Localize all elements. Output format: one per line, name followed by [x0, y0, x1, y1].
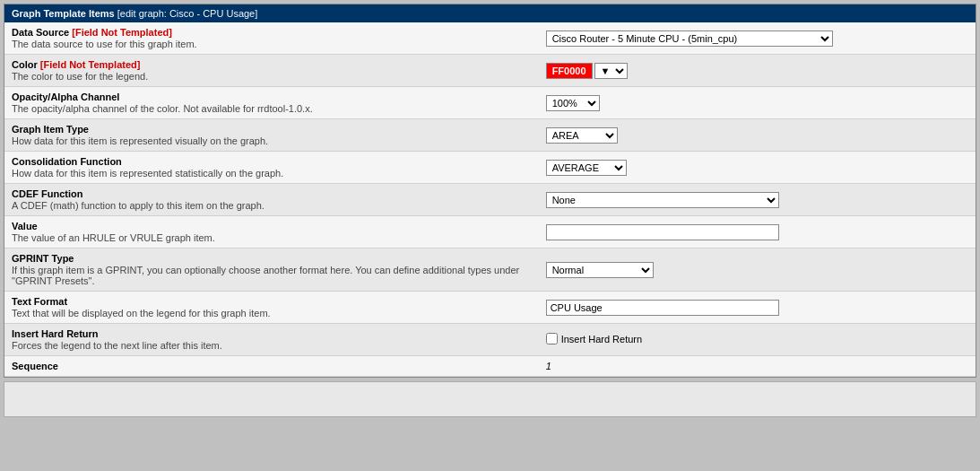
- table-row: Sequence1: [4, 356, 976, 377]
- field-desc-consolidation-function: How data for this item is represented st…: [12, 168, 532, 179]
- static-value-sequence: 1: [546, 361, 551, 371]
- bottom-panel: [4, 381, 976, 417]
- field-desc-text-format: Text that will be displayed on the legen…: [12, 308, 532, 318]
- label-cell-cdef-function: CDEF FunctionA CDEF (math) function to a…: [4, 184, 539, 216]
- field-label-opacity: Opacity/Alpha Channel: [12, 92, 532, 102]
- table-row: Data Source [Field Not Templated]The dat…: [4, 22, 976, 55]
- field-label-cdef-function: CDEF Function: [12, 188, 532, 199]
- label-cell-consolidation-function: Consolidation FunctionHow data for this …: [4, 152, 539, 184]
- select-graph-item-type[interactable]: AREALINE1LINE2LINE3STACKGPRINTCOMMENTHRU…: [546, 127, 618, 144]
- label-cell-data-source: Data Source [Field Not Templated]The dat…: [4, 22, 539, 55]
- panel-bracket-text: [edit graph: Cisco - CPU Usage]: [117, 8, 258, 19]
- control-cell-insert-hard-return: Insert Hard Return: [539, 324, 976, 356]
- table-row: ValueThe value of an HRULE or VRULE grap…: [4, 216, 976, 249]
- select-consolidation-function[interactable]: AVERAGEMINMAXLAST: [546, 160, 627, 176]
- control-cell-gprint-type: Normal: [539, 249, 976, 292]
- field-desc-cdef-function: A CDEF (math) function to apply to this …: [12, 200, 532, 211]
- label-cell-text-format: Text FormatText that will be displayed o…: [4, 292, 539, 324]
- field-desc-opacity: The opacity/alpha channel of the color. …: [12, 103, 532, 114]
- table-row: GPRINT TypeIf this graph item is a GPRIN…: [4, 249, 976, 292]
- table-row: Text FormatText that will be displayed o…: [4, 292, 976, 324]
- main-panel: Graph Template Items [edit graph: Cisco …: [4, 4, 976, 378]
- label-cell-sequence: Sequence: [4, 356, 539, 377]
- field-label-graph-item-type: Graph Item Type: [12, 124, 532, 135]
- field-label-value: Value: [12, 221, 532, 231]
- field-desc-value: The value of an HRULE or VRULE graph ite…: [12, 232, 532, 243]
- control-cell-graph-item-type: AREALINE1LINE2LINE3STACKGPRINTCOMMENTHRU…: [539, 119, 976, 152]
- field-label-text-format: Text Format: [12, 296, 532, 307]
- input-value[interactable]: [546, 224, 779, 240]
- control-cell-data-source: Cisco Router - 5 Minute CPU - (5min_cpu): [539, 22, 976, 55]
- label-cell-opacity: Opacity/Alpha ChannelThe opacity/alpha c…: [4, 87, 539, 119]
- table-row: Insert Hard ReturnForces the legend to t…: [4, 324, 976, 356]
- label-cell-value: ValueThe value of an HRULE or VRULE grap…: [4, 216, 539, 249]
- input-text-format[interactable]: [546, 300, 779, 316]
- control-cell-text-format: [539, 292, 976, 324]
- field-tag-color: [Field Not Templated]: [38, 59, 141, 70]
- table-row: CDEF FunctionA CDEF (math) function to a…: [4, 184, 976, 216]
- field-label-sequence: Sequence: [12, 361, 532, 371]
- label-cell-color: Color [Field Not Templated]The color to …: [4, 55, 539, 87]
- outer-container: Graph Template Items [edit graph: Cisco …: [0, 0, 980, 471]
- color-dropdown[interactable]: ▼: [594, 63, 628, 79]
- table-row: Graph Item TypeHow data for this item is…: [4, 119, 976, 152]
- control-cell-opacity: 100%90%80%70%60%50%: [539, 87, 976, 119]
- label-cell-graph-item-type: Graph Item TypeHow data for this item is…: [4, 119, 539, 152]
- control-cell-value: [539, 216, 976, 249]
- field-tag-data-source: [Field Not Templated]: [69, 27, 172, 38]
- label-cell-gprint-type: GPRINT TypeIf this graph item is a GPRIN…: [4, 249, 539, 292]
- panel-title: Graph Template Items: [12, 8, 115, 19]
- field-desc-gprint-type: If this graph item is a GPRINT, you can …: [12, 265, 532, 286]
- field-desc-color: The color to use for the legend.: [12, 71, 532, 82]
- panel-header: Graph Template Items [edit graph: Cisco …: [4, 4, 976, 22]
- select-data-source[interactable]: Cisco Router - 5 Minute CPU - (5min_cpu): [546, 31, 833, 47]
- select-opacity[interactable]: 100%90%80%70%60%50%: [546, 95, 600, 111]
- select-cdef-function[interactable]: None: [546, 192, 779, 208]
- checkbox-insert-hard-return[interactable]: [546, 333, 558, 345]
- control-cell-sequence: 1: [539, 356, 976, 377]
- control-cell-color: FF0000▼: [539, 55, 976, 87]
- field-label-insert-hard-return: Insert Hard Return: [12, 328, 532, 339]
- checkbox-label-insert-hard-return[interactable]: Insert Hard Return: [546, 333, 642, 345]
- field-desc-data-source: The data source to use for this graph it…: [12, 39, 532, 49]
- form-table: Data Source [Field Not Templated]The dat…: [4, 22, 976, 377]
- table-row: Color [Field Not Templated]The color to …: [4, 55, 976, 87]
- label-cell-insert-hard-return: Insert Hard ReturnForces the legend to t…: [4, 324, 539, 356]
- field-label-gprint-type: GPRINT Type: [12, 253, 532, 264]
- color-swatch[interactable]: FF0000: [546, 63, 593, 79]
- field-label-consolidation-function: Consolidation Function: [12, 156, 532, 167]
- checkbox-text-insert-hard-return: Insert Hard Return: [561, 334, 642, 345]
- table-row: Opacity/Alpha ChannelThe opacity/alpha c…: [4, 87, 976, 119]
- field-label-color: Color [Field Not Templated]: [12, 59, 532, 70]
- control-cell-cdef-function: None: [539, 184, 976, 216]
- table-row: Consolidation FunctionHow data for this …: [4, 152, 976, 184]
- field-desc-graph-item-type: How data for this item is represented vi…: [12, 135, 532, 146]
- control-cell-consolidation-function: AVERAGEMINMAXLAST: [539, 152, 976, 184]
- field-label-data-source: Data Source [Field Not Templated]: [12, 27, 532, 38]
- field-desc-insert-hard-return: Forces the legend to the next line after…: [12, 340, 532, 351]
- select-gprint-type[interactable]: Normal: [546, 262, 654, 278]
